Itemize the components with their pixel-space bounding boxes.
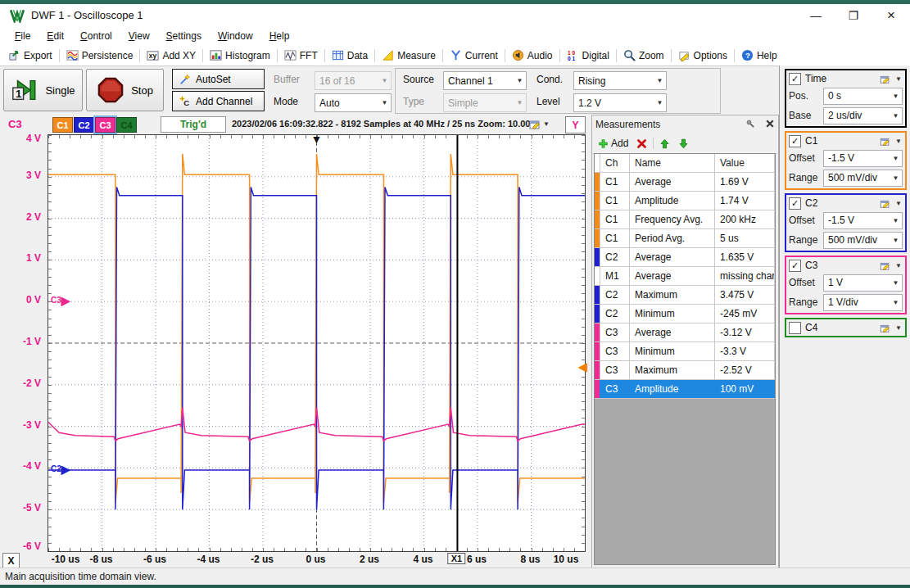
delete-measurement-button[interactable] bbox=[634, 138, 650, 150]
chevron-down-icon[interactable]: ▼ bbox=[895, 200, 902, 207]
measurement-value: missing channel bbox=[715, 267, 775, 285]
close-button[interactable]: × bbox=[872, 4, 910, 26]
x1-cursor-label[interactable]: X1 bbox=[448, 553, 465, 564]
c3-range-select[interactable]: 1 V/div▼ bbox=[823, 294, 903, 311]
digital-button[interactable]: 1 00 1Digital bbox=[562, 47, 614, 63]
channel-tab-c2[interactable]: C2 bbox=[74, 117, 94, 133]
move-down-button[interactable] bbox=[676, 138, 691, 150]
chevron-down-icon[interactable]: ▼ bbox=[895, 138, 902, 145]
source-select[interactable]: Channel 1▼ bbox=[443, 71, 527, 90]
c2-enable-checkbox[interactable]: ✓ bbox=[789, 197, 801, 210]
panel-menu-icon[interactable] bbox=[879, 135, 891, 147]
toolbar-item-label: Digital bbox=[582, 50, 609, 61]
buffer-select[interactable]: 16 of 16▼ bbox=[315, 71, 392, 90]
histogram-button[interactable]: Histogram bbox=[205, 47, 275, 63]
measurement-row[interactable]: C2Maximum3.475 V bbox=[595, 286, 775, 305]
panel-c1: ✓C1▼Offset-1.5 V▼Range500 mV/div▼ bbox=[785, 131, 907, 190]
panel-menu-icon[interactable] bbox=[879, 197, 891, 209]
export-button[interactable]: Export bbox=[3, 47, 57, 63]
single-button[interactable]: 1 Single bbox=[3, 69, 83, 111]
channel-zero-marker-c2[interactable]: C2▶ bbox=[51, 465, 70, 473]
cond-select[interactable]: Rising▼ bbox=[573, 71, 667, 90]
add-channel-icon: C bbox=[179, 96, 191, 107]
minimize-button[interactable]: — bbox=[797, 4, 835, 26]
measurement-value: 3.475 V bbox=[715, 286, 775, 304]
type-select[interactable]: Simple▼ bbox=[443, 93, 527, 112]
measurement-row[interactable]: C2Minimum-245 mV bbox=[595, 305, 775, 323]
status-text: Main acquisition time domain view. bbox=[5, 571, 156, 582]
help-button[interactable]: ?Help bbox=[736, 47, 782, 63]
measurement-row[interactable]: M1Averagemissing channel bbox=[595, 267, 775, 286]
chevron-down-icon[interactable]: ▼ bbox=[895, 324, 902, 332]
panel-close-icon[interactable] bbox=[760, 119, 775, 131]
menu-edit[interactable]: Edit bbox=[38, 29, 72, 43]
measurement-row[interactable]: C1Amplitude1.74 V bbox=[595, 192, 775, 210]
level-select[interactable]: 1.2 V▼ bbox=[573, 93, 667, 112]
zoom-button[interactable]: Zoom bbox=[618, 47, 669, 63]
chevron-down-icon[interactable]: ▼ bbox=[895, 75, 902, 83]
plot-options-icon[interactable] bbox=[528, 117, 541, 130]
panel-menu-icon[interactable] bbox=[879, 322, 891, 333]
panel-menu-icon[interactable] bbox=[879, 73, 891, 84]
svg-text:1: 1 bbox=[16, 88, 22, 100]
channel-tab-c1[interactable]: C1 bbox=[52, 117, 73, 133]
menu-view[interactable]: View bbox=[120, 29, 158, 43]
y-axis-button[interactable]: Y bbox=[565, 116, 586, 133]
pin-icon[interactable] bbox=[740, 119, 755, 131]
options-button[interactable]: Options bbox=[673, 47, 732, 63]
measurement-row[interactable]: C1Frequency Avg.200 kHz bbox=[595, 210, 775, 229]
time-enable-checkbox[interactable]: ✓ bbox=[789, 73, 801, 85]
maximize-button[interactable]: ❐ bbox=[835, 4, 872, 26]
menu-settings[interactable]: Settings bbox=[158, 29, 210, 43]
chevron-down-icon[interactable]: ▼ bbox=[895, 262, 902, 269]
c1-range-select[interactable]: 500 mV/div▼ bbox=[823, 170, 903, 187]
measurement-row[interactable]: C2Average1.635 V bbox=[595, 248, 775, 267]
time-pos-select[interactable]: 0 s▼ bbox=[823, 88, 903, 105]
measurement-row[interactable]: C3Average-3.12 V bbox=[595, 323, 775, 342]
add-channel-button[interactable]: C Add Channel bbox=[172, 91, 265, 111]
waveform-c2 bbox=[48, 188, 585, 510]
menu-help[interactable]: Help bbox=[261, 29, 298, 43]
stop-button[interactable]: Stop bbox=[86, 69, 164, 111]
menu-control[interactable]: Control bbox=[72, 29, 120, 43]
measurement-value: -3.12 V bbox=[715, 323, 775, 341]
autoset-button[interactable]: AutoSet bbox=[172, 69, 265, 89]
menu-file[interactable]: File bbox=[7, 29, 38, 43]
c2-range-select[interactable]: 500 mV/div▼ bbox=[823, 232, 903, 249]
mode-select[interactable]: Auto▼ bbox=[315, 93, 392, 112]
x-axis-button[interactable]: X bbox=[2, 553, 20, 568]
fft-button[interactable]: FFT bbox=[279, 47, 323, 63]
add-xy-button[interactable]: xyAdd XY bbox=[142, 47, 201, 63]
menu-window[interactable]: Window bbox=[210, 29, 261, 43]
add-measurement-button[interactable]: Add bbox=[595, 137, 631, 150]
data-button[interactable]: Data bbox=[327, 47, 373, 63]
channel-color-stripe bbox=[595, 229, 600, 247]
trigger-position-marker[interactable]: ▼ bbox=[311, 133, 323, 146]
measurement-row[interactable]: C1Average1.69 V bbox=[595, 173, 775, 192]
panel-menu-icon[interactable] bbox=[879, 260, 891, 271]
move-up-button[interactable] bbox=[657, 138, 672, 150]
current-button[interactable]: Current bbox=[445, 47, 503, 63]
c3-offset-select[interactable]: 1 V▼ bbox=[823, 274, 903, 292]
chevron-down-icon[interactable]: ▼ bbox=[543, 120, 550, 128]
measure-button[interactable]: Measure bbox=[377, 47, 441, 63]
measurement-row[interactable]: C1Period Avg.5 us bbox=[595, 229, 775, 248]
channel-zero-marker-c3[interactable]: C3▶ bbox=[51, 296, 70, 305]
channel-tab-c3[interactable]: C3 bbox=[95, 117, 115, 133]
c4-enable-checkbox[interactable] bbox=[789, 322, 801, 334]
c1-enable-checkbox[interactable]: ✓ bbox=[789, 135, 801, 147]
c1-offset-select[interactable]: -1.5 V▼ bbox=[823, 150, 903, 167]
measurement-row[interactable]: C3Maximum-2.52 V bbox=[595, 361, 775, 380]
time-base-select[interactable]: 2 us/div▼ bbox=[823, 107, 903, 124]
c3-enable-checkbox[interactable]: ✓ bbox=[789, 260, 801, 272]
persistence-button[interactable]: Persistence bbox=[61, 47, 138, 63]
field-label: Offset bbox=[789, 277, 823, 288]
trigger-level-marker[interactable]: ◀ bbox=[577, 360, 587, 374]
audio-button[interactable]: Audio bbox=[507, 47, 558, 63]
measurement-row[interactable]: C3Minimum-3.3 V bbox=[595, 342, 775, 361]
x-axis-tick-label: -8 us bbox=[89, 554, 112, 565]
channel-tab-c4[interactable]: C4 bbox=[116, 117, 137, 133]
c2-offset-select[interactable]: -1.5 V▼ bbox=[823, 212, 903, 229]
toolbar-item-label: Help bbox=[757, 50, 777, 61]
measurement-row[interactable]: C3Amplitude100 mV bbox=[595, 380, 775, 399]
